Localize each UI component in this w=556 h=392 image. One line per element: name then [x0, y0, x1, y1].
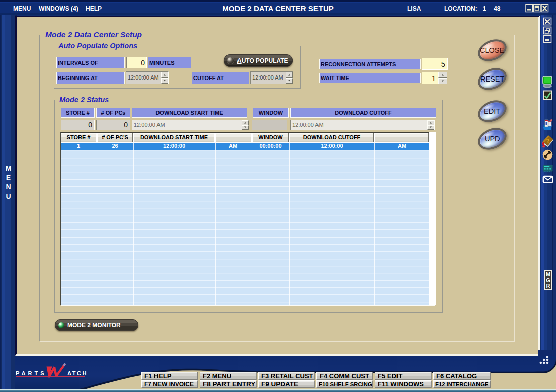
svg-text:PARTS: PARTS	[16, 370, 46, 376]
svg-text:ATCH: ATCH	[67, 370, 88, 376]
